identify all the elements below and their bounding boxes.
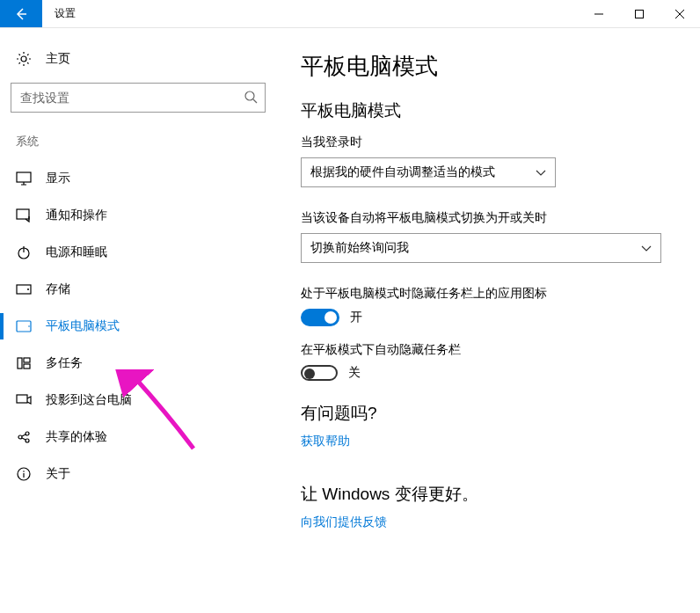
close-button[interactable] — [660, 0, 700, 27]
dropdown-value: 切换前始终询问我 — [310, 240, 409, 256]
gear-icon — [16, 51, 32, 67]
sidebar-item-shared[interactable]: 共享的体验 — [11, 419, 271, 456]
monitor-icon — [16, 171, 32, 186]
svg-rect-3 — [17, 172, 31, 182]
toggle-auto-hide-taskbar[interactable] — [301, 365, 338, 381]
chevron-down-icon — [536, 165, 546, 179]
section-title: 平板电脑模式 — [301, 99, 675, 122]
sidebar-item-storage[interactable]: 存储 — [11, 271, 271, 308]
home-button[interactable]: 主页 — [11, 44, 271, 74]
search-box[interactable] — [11, 83, 266, 113]
sidebar-item-projecting[interactable]: 投影到这台电脑 — [11, 382, 271, 419]
back-button[interactable] — [0, 0, 42, 27]
field-label-switch: 当该设备自动将平板电脑模式切换为开或关时 — [301, 210, 675, 226]
dropdown-switch-behavior[interactable]: 切换前始终询问我 — [301, 233, 661, 263]
minimize-button[interactable] — [579, 0, 619, 27]
category-label: 系统 — [11, 130, 271, 160]
toggle-hide-app-icons[interactable] — [301, 309, 339, 326]
sidebar-item-label: 共享的体验 — [46, 429, 107, 445]
svg-rect-4 — [17, 209, 29, 219]
help-heading: 有问题吗? — [301, 402, 675, 425]
sidebar-item-multitask[interactable]: 多任务 — [11, 345, 271, 382]
svg-rect-11 — [24, 358, 30, 362]
sidebar-item-label: 关于 — [46, 466, 70, 482]
give-feedback-link[interactable]: 向我们提供反馈 — [301, 514, 387, 530]
svg-point-15 — [26, 432, 29, 435]
tablet-icon — [16, 320, 32, 332]
svg-rect-10 — [18, 358, 22, 369]
sidebar-item-label: 投影到这台电脑 — [46, 392, 132, 408]
get-help-link[interactable]: 获取帮助 — [301, 434, 350, 449]
share-icon — [16, 430, 32, 444]
svg-point-18 — [23, 471, 25, 472]
search-icon — [244, 90, 258, 106]
power-icon — [16, 245, 32, 259]
storage-icon — [16, 284, 32, 295]
titlebar: 设置 — [0, 0, 700, 28]
svg-point-16 — [26, 439, 29, 442]
svg-point-14 — [18, 435, 22, 439]
sidebar-item-notifications[interactable]: 通知和操作 — [11, 197, 271, 234]
main-content: 平板电脑模式 平板电脑模式 当我登录时 根据我的硬件自动调整适当的模式 当该设备… — [281, 28, 700, 613]
info-icon — [16, 467, 32, 481]
window-title: 设置 — [42, 0, 579, 27]
toggle-state-text: 开 — [350, 310, 362, 325]
maximize-button[interactable] — [619, 0, 660, 27]
sidebar-item-label: 电源和睡眠 — [46, 244, 107, 260]
sidebar: 主页 系统 显示 通知和操作 电源和睡眠 存储 平板电脑模式 — [0, 28, 281, 613]
chevron-down-icon — [641, 241, 652, 255]
svg-rect-13 — [17, 395, 27, 403]
sidebar-item-label: 平板电脑模式 — [46, 318, 120, 334]
svg-rect-12 — [24, 364, 30, 369]
sidebar-item-display[interactable]: 显示 — [11, 160, 271, 197]
window-controls — [579, 0, 700, 27]
notification-icon — [16, 208, 32, 223]
svg-point-7 — [27, 288, 29, 290]
svg-rect-0 — [636, 10, 644, 18]
sidebar-item-about[interactable]: 关于 — [11, 456, 271, 493]
toggle-label-hide-taskbar: 在平板模式下自动隐藏任务栏 — [301, 342, 675, 358]
sidebar-item-tablet-mode[interactable]: 平板电脑模式 — [11, 308, 271, 345]
multitask-icon — [16, 357, 32, 369]
field-label-signin: 当我登录时 — [301, 135, 675, 150]
toggle-state-text: 关 — [348, 365, 361, 381]
svg-point-9 — [28, 325, 30, 327]
sidebar-item-label: 多任务 — [46, 355, 83, 371]
sidebar-item-power[interactable]: 电源和睡眠 — [11, 234, 271, 271]
svg-point-1 — [21, 56, 26, 62]
svg-point-2 — [245, 91, 254, 100]
feedback-heading: 让 Windows 变得更好。 — [301, 483, 675, 506]
search-input[interactable] — [20, 91, 244, 105]
toggle-label-hide-icons: 处于平板电脑模式时隐藏任务栏上的应用图标 — [301, 286, 675, 302]
page-title: 平板电脑模式 — [301, 51, 675, 82]
sidebar-item-label: 通知和操作 — [46, 208, 107, 223]
arrow-left-icon — [14, 7, 28, 21]
dropdown-signin-behavior[interactable]: 根据我的硬件自动调整适当的模式 — [301, 157, 556, 187]
sidebar-item-label: 存储 — [46, 281, 70, 297]
dropdown-value: 根据我的硬件自动调整适当的模式 — [310, 164, 495, 180]
sidebar-item-label: 显示 — [46, 171, 70, 186]
home-label: 主页 — [46, 51, 70, 67]
project-icon — [16, 394, 32, 406]
